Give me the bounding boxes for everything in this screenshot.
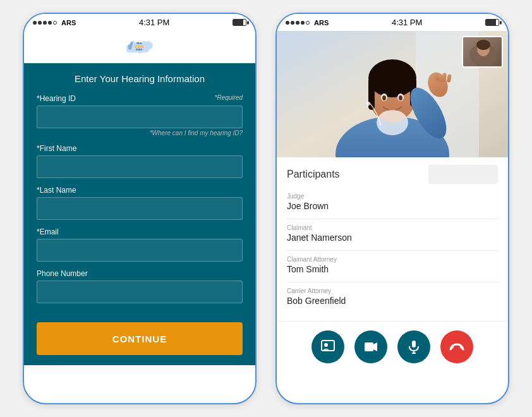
phone-group: Phone Number [37,269,243,303]
battery-icon-right [485,19,499,26]
svg-text:YORK: YORK [134,45,144,49]
status-right-right [485,19,499,26]
battery-fill-right [486,20,496,25]
svg-text:STATE: STATE [135,49,142,51]
status-bar-right: ARS 4:31 PM [277,14,508,31]
first-name-label: *First Name [37,144,243,153]
hearing-id-group: *Hearing ID *Required *Where can I find … [37,94,243,136]
svg-rect-33 [412,341,416,348]
email-input[interactable] [37,239,243,262]
claimant-name: Janet Namerson [287,233,498,243]
video-button[interactable] [354,330,387,363]
participants-section: Participants Judge Joe Brown Claimant Ja… [277,157,508,321]
signal-dot-1 [33,21,37,25]
chat-box[interactable] [428,165,498,184]
video-area [277,31,508,157]
right-phone-body: Participants Judge Joe Brown Claimant Ja… [277,31,508,372]
signal-dot-r5 [306,21,310,25]
form-title: Enter Your Hearing Information [37,73,243,84]
judge-name: Joe Brown [287,201,498,211]
divider-3 [287,282,498,282]
judge-role: Judge [287,193,498,200]
time-label: 4:31 PM [139,18,169,27]
microphone-icon [406,339,421,354]
required-note: *Required [215,94,243,103]
participants-header: Participants [287,165,498,184]
claimant-attorney-name: Tom Smith [287,264,498,274]
participant-carrier-attorney: Carrier Attorney Bob Greenfield [287,287,498,306]
signal-dot-r2 [291,21,294,25]
svg-point-24 [377,110,408,135]
svg-rect-31 [365,342,373,351]
hangup-button[interactable] [440,330,473,363]
svg-point-16 [399,95,402,100]
signal-dot-3 [43,21,47,25]
email-group: *Email [37,227,243,262]
svg-point-10 [368,59,416,97]
left-phone-body: NEW YORK STATE Enter Your Hearing Inform… [24,31,255,365]
participants-button[interactable] [311,330,344,363]
carrier-attorney-role: Carrier Attorney [287,287,498,294]
participant-claimant-attorney: Claimant Attorney Tom Smith [287,256,498,274]
signal-dot-r3 [296,21,299,25]
pip-video-content [463,37,503,68]
signal-dot-5 [53,21,57,25]
participants-icon [320,339,336,354]
continue-button[interactable]: CONTINUE [37,322,243,355]
participant-judge: Judge Joe Brown [287,193,498,211]
last-name-group: *Last Name [37,186,243,220]
svg-marker-32 [373,342,377,351]
svg-point-28 [476,40,490,50]
phone-label-text: Phone Number [37,269,88,278]
microphone-button[interactable] [397,330,430,363]
last-name-input[interactable] [37,197,243,220]
email-label-text: *Email [37,227,59,236]
hearing-id-hint: *Where can I find my hearing ID? [37,130,243,136]
carrier-label-right: ARS [314,19,329,27]
status-bar-left: ARS 4:31 PM [24,14,255,31]
carrier-attorney-name: Bob Greenfield [287,296,498,306]
phone-input[interactable] [37,281,243,303]
battery-fill [233,20,243,25]
last-name-label: *Last Name [37,186,243,195]
status-right [233,19,246,26]
status-left-right: ARS [286,19,329,27]
video-icon [363,339,378,354]
claimant-role: Claimant [287,224,498,231]
logo-area: NEW YORK STATE [24,31,255,63]
first-name-group: *First Name [37,144,243,178]
pip-video [462,36,503,68]
status-left: ARS [33,19,76,27]
battery-icon [233,19,246,26]
first-name-label-text: *First Name [37,144,76,153]
carrier-label: ARS [61,19,76,27]
hangup-icon [449,339,464,354]
participant-claimant: Claimant Janet Namerson [287,224,498,243]
divider-2 [287,250,498,251]
signal-dot-r4 [301,21,305,25]
signal-dots [33,21,57,25]
email-label: *Email [37,227,243,236]
right-phone: ARS 4:31 PM [275,13,509,404]
svg-point-30 [324,343,328,347]
hearing-id-input[interactable] [37,106,243,128]
phone-label: Phone Number [37,269,243,278]
svg-point-23 [366,102,370,106]
hearing-id-label: *Hearing ID *Required [37,94,243,103]
call-controls [277,321,508,372]
signal-dot-r1 [286,21,289,25]
participants-title: Participants [287,169,340,180]
divider-1 [287,219,498,219]
first-name-input[interactable] [37,155,243,178]
last-name-label-text: *Last Name [37,186,76,195]
signal-dot-4 [48,21,52,25]
hearing-id-label-text: *Hearing ID [37,94,76,103]
svg-point-15 [382,95,386,100]
left-phone: ARS 4:31 PM NEW YORK STATE Enter Your He… [23,13,257,404]
time-label-right: 4:31 PM [392,18,422,27]
ny-state-logo: NEW YORK STATE [123,36,157,58]
signal-dots-right [286,21,310,25]
form-body: Enter Your Hearing Information *Hearing … [24,63,255,365]
claimant-attorney-role: Claimant Attorney [287,256,498,263]
signal-dot-2 [38,21,42,25]
